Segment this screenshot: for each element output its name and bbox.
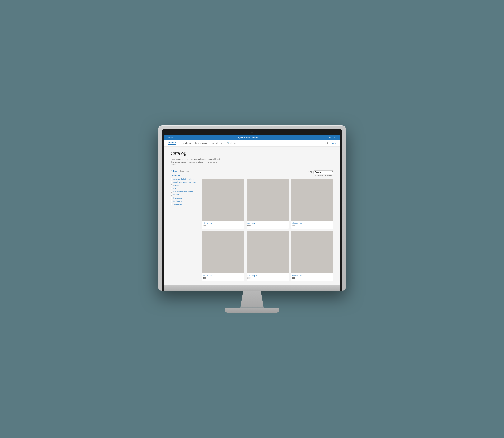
clear-filters-button[interactable]: Clear filters: [180, 170, 189, 172]
category-item: Used Ophthalmic Equipment: [171, 181, 198, 183]
cart-button[interactable]: 🛍 3: [324, 142, 329, 144]
support-link[interactable]: Support: [328, 136, 336, 139]
product-price: $99: [203, 225, 243, 227]
category-checkbox[interactable]: [171, 181, 172, 183]
monitor-frame: USD Eye Care Distributors LLC. Support W…: [158, 125, 346, 291]
category-checkbox[interactable]: [171, 194, 172, 196]
product-card[interactable]: Slit Lamp 5 $99: [247, 231, 289, 281]
categories-label: Categories: [171, 174, 198, 176]
category-checkbox[interactable]: [171, 191, 172, 193]
product-name[interactable]: Slit Lamp 3: [292, 222, 333, 224]
category-label[interactable]: Slit Lamps: [173, 200, 182, 202]
login-link[interactable]: Login: [331, 142, 336, 144]
product-name[interactable]: Slit Lamp 1: [203, 222, 243, 224]
product-name[interactable]: Slit Lamp 6: [292, 274, 333, 277]
category-label[interactable]: Bulbs: [173, 187, 178, 190]
product-price: $99: [247, 225, 288, 227]
cart-count: 3: [327, 142, 329, 144]
categories-list: New Ophthalmic Equipment Used Ophthalmic…: [171, 178, 198, 205]
category-item: New Ophthalmic Equipment: [171, 178, 198, 180]
product-info: Slit Lamp 2 $99: [247, 221, 289, 229]
category-checkbox[interactable]: [171, 184, 172, 186]
sort-select[interactable]: PopularPrice: Low to HighPrice: High to …: [313, 170, 333, 174]
category-item: Bulbs: [171, 187, 198, 190]
product-name[interactable]: Slit Lamp 5: [247, 274, 288, 277]
content-area: Filters Clear filters Categories New Oph…: [171, 170, 333, 281]
monitor-base: [225, 307, 279, 313]
products-grid: Slit Lamp 1 $99 Slit Lamp 2 $99 Slit Lam…: [202, 179, 333, 281]
camera-dot: [251, 132, 253, 133]
nav-link-1[interactable]: Lorem Ipsum: [180, 142, 192, 144]
category-label[interactable]: Batteries: [173, 184, 181, 186]
product-image: [247, 179, 289, 221]
product-card[interactable]: Slit Lamp 6 $99: [291, 231, 333, 281]
sidebar: Filters Clear filters Categories New Oph…: [171, 170, 198, 281]
page-title: Catalog: [171, 151, 333, 156]
product-info: Slit Lamp 4 $99: [202, 273, 244, 281]
nav-link-2[interactable]: Lorem Ipsum: [195, 142, 207, 144]
product-image: [247, 231, 289, 273]
product-price: $99: [203, 277, 243, 279]
category-checkbox[interactable]: [171, 197, 172, 199]
top-bar: USD Eye Care Distributors LLC. Support: [164, 135, 340, 140]
product-image: [202, 179, 244, 221]
category-label[interactable]: Lenses: [173, 194, 179, 196]
nav-link-website[interactable]: Website: [168, 142, 176, 145]
product-name[interactable]: Slit Lamp 2: [247, 222, 288, 224]
category-checkbox[interactable]: [171, 203, 172, 205]
product-image: [202, 231, 244, 273]
site-name: Eye Care Distributors LLC.: [238, 136, 263, 139]
filters-title: Filters: [171, 170, 177, 172]
filters-header: Filters Clear filters: [171, 170, 198, 172]
category-label[interactable]: New Ophthalmic Equipment: [173, 178, 195, 180]
product-card[interactable]: Slit Lamp 4 $99: [202, 231, 244, 281]
cart-icon: 🛍: [324, 142, 327, 144]
monitor-stand-neck: [237, 291, 267, 307]
category-item: Tonometry: [171, 203, 198, 205]
main-content: Sort By PopularPrice: Low to HighPrice: …: [202, 170, 333, 281]
product-price: $99: [247, 277, 288, 279]
search-label: Search: [230, 142, 237, 144]
monitor-bezel: USD Eye Care Distributors LLC. Support W…: [162, 129, 342, 291]
category-item: Batteries: [171, 184, 198, 186]
search-bar[interactable]: 🔍 Search: [227, 142, 237, 144]
nav-bar: Website Lorem Ipsum Lorem Ipsum Lorem Ip…: [164, 140, 340, 147]
search-icon: 🔍: [227, 142, 230, 144]
sort-by-label: Sort By: [306, 171, 312, 173]
sort-select-wrap: PopularPrice: Low to HighPrice: High to …: [313, 170, 333, 174]
category-label[interactable]: Exam Chairs and Stands: [173, 191, 193, 193]
category-item: Exam Chairs and Stands: [171, 191, 198, 193]
page-description: Lorem ipsum dolor sit amet, consectetur …: [171, 158, 221, 166]
category-item: Phoroptors: [171, 197, 198, 199]
sort-row: Sort By PopularPrice: Low to HighPrice: …: [202, 170, 333, 174]
category-item: Slit Lamps: [171, 200, 198, 202]
product-image: [291, 231, 333, 273]
product-info: Slit Lamp 6 $99: [291, 273, 333, 281]
category-checkbox[interactable]: [171, 178, 172, 180]
category-checkbox[interactable]: [171, 200, 172, 202]
category-label[interactable]: Tonometry: [173, 203, 182, 205]
product-image: [291, 179, 333, 221]
page-content: Catalog Lorem ipsum dolor sit amet, cons…: [164, 147, 340, 285]
product-info: Slit Lamp 5 $99: [247, 273, 289, 281]
monitor: USD Eye Care Distributors LLC. Support W…: [158, 125, 346, 313]
product-card[interactable]: Slit Lamp 1 $99: [202, 179, 244, 229]
nav-link-3[interactable]: Lorem Ipsum: [211, 142, 223, 144]
category-label[interactable]: Phoroptors: [173, 197, 182, 199]
results-count: Showing 1003 Products: [202, 175, 333, 177]
category-checkbox[interactable]: [171, 187, 172, 189]
category-label[interactable]: Used Ophthalmic Equipment: [173, 181, 196, 183]
product-info: Slit Lamp 1 $99: [202, 221, 244, 229]
product-info: Slit Lamp 3 $99: [291, 221, 333, 229]
product-price: $99: [292, 277, 333, 279]
product-card[interactable]: Slit Lamp 2 $99: [247, 179, 289, 229]
product-price: $99: [292, 225, 333, 227]
screen: USD Eye Care Distributors LLC. Support W…: [164, 135, 340, 285]
nav-right: 🛍 3 Login: [324, 142, 336, 144]
product-name[interactable]: Slit Lamp 4: [203, 274, 243, 277]
currency-label: USD: [168, 136, 173, 139]
product-card[interactable]: Slit Lamp 3 $99: [291, 179, 333, 229]
category-item: Lenses: [171, 194, 198, 196]
monitor-chin: [164, 285, 340, 291]
